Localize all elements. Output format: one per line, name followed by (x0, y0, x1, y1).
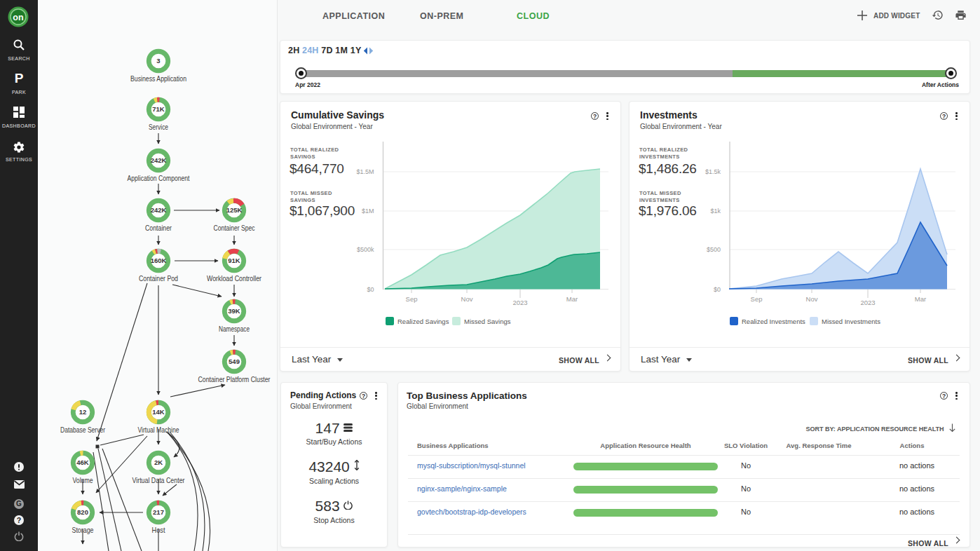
svg-text:91K: 91K (228, 257, 240, 264)
svg-text:Service: Service (149, 123, 168, 131)
svg-text:71K: 71K (152, 105, 165, 113)
svg-text:$500: $500 (707, 246, 721, 253)
svg-text:Mar: Mar (915, 295, 926, 303)
svg-text:160K: 160K (151, 257, 167, 264)
svg-text:125K: 125K (226, 206, 243, 214)
svg-text:39K: 39K (228, 307, 240, 315)
svg-text:Storage: Storage (72, 526, 94, 534)
svg-text:Namespace: Namespace (219, 325, 250, 333)
svg-text:3: 3 (156, 57, 160, 64)
svg-text:Container Platform Cluster: Container Platform Cluster (198, 375, 271, 383)
svg-text:$1.5k: $1.5k (705, 168, 721, 175)
svg-text:Workload Controller: Workload Controller (207, 274, 261, 283)
svg-text:549: 549 (229, 358, 240, 365)
svg-text:Business Application: Business Application (130, 74, 186, 83)
svg-text:2023: 2023 (860, 299, 875, 306)
svg-text:Nov: Nov (806, 295, 818, 303)
svg-text:820: 820 (77, 508, 88, 516)
svg-text:242K: 242K (151, 156, 167, 164)
svg-text:$500k: $500k (357, 246, 374, 253)
svg-text:Sep: Sep (751, 295, 763, 303)
svg-text:Host: Host (152, 526, 165, 534)
svg-text:$0: $0 (367, 286, 374, 293)
svg-text:Virtual Machine: Virtual Machine (138, 426, 179, 434)
svg-text:$0: $0 (714, 286, 721, 293)
svg-text:14K: 14K (152, 408, 165, 416)
svg-text:Virtual Data Center: Virtual Data Center (132, 476, 185, 484)
svg-text:on: on (13, 13, 23, 22)
svg-text:Nov: Nov (461, 295, 473, 303)
svg-text:Volume: Volume (73, 476, 93, 484)
svg-text:$1M: $1M (362, 208, 374, 215)
svg-text:2023: 2023 (512, 299, 527, 306)
svg-text:46K: 46K (76, 458, 89, 466)
svg-text:217: 217 (153, 508, 164, 516)
svg-text:Container: Container (145, 224, 172, 232)
svg-text:Database Server: Database Server (60, 426, 105, 434)
svg-text:Container Pod: Container Pod (139, 274, 178, 283)
svg-text:$1k: $1k (710, 208, 721, 215)
svg-text:12: 12 (79, 408, 87, 416)
svg-text:Application Component: Application Component (128, 174, 190, 182)
svg-text:Sep: Sep (406, 295, 418, 303)
svg-text:Container Spec: Container Spec (214, 224, 255, 232)
svg-text:2K: 2K (154, 458, 163, 466)
svg-text:242K: 242K (151, 206, 167, 214)
svg-text:$1.5M: $1.5M (356, 168, 374, 175)
svg-text:Mar: Mar (566, 295, 578, 303)
